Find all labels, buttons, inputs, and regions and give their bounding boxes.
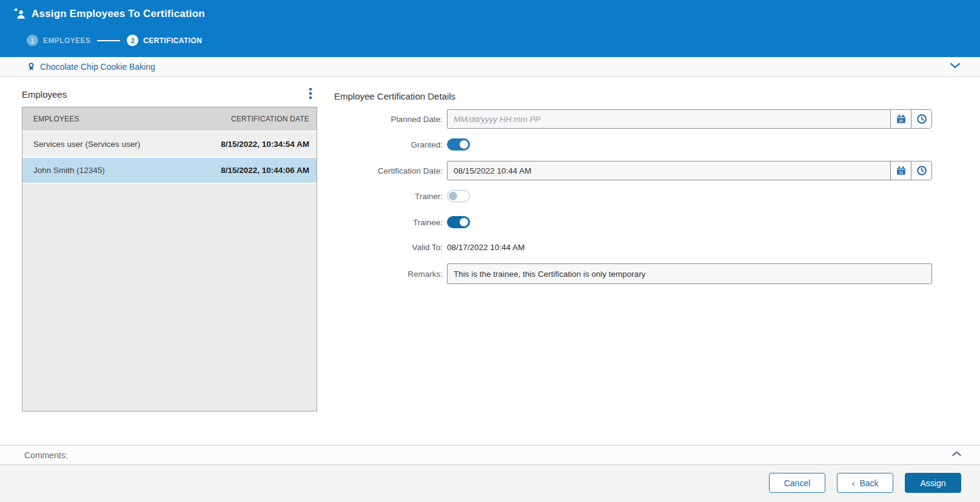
certification-date-input[interactable] [447,161,891,180]
dialog-header: Assign Employees To Certification 1 EMPL… [0,0,980,57]
certification-date-row: Certification Date: 31 [334,161,932,180]
step-connector-line [97,40,120,41]
certification-bar: Chocolate Chip Cookie Baking [0,57,980,77]
table-row[interactable]: John Smith (12345) 8/15/2022, 10:44:06 A… [22,158,317,184]
certification-date-value: 8/15/2022, 10:34:54 AM [195,140,317,149]
column-header-certification-date[interactable]: CERTIFICATION DATE [195,115,317,123]
chevron-down-icon[interactable] [950,63,961,69]
remarks-label: Remarks: [334,270,447,279]
granted-toggle[interactable] [447,138,470,151]
granted-label: Granted: [334,140,447,149]
certification-ribbon-icon [27,62,36,72]
step-certification[interactable]: 2 CERTIFICATION [127,35,202,46]
back-button[interactable]: ‹ Back [837,473,893,493]
clock-icon[interactable] [911,161,932,180]
chevron-left-icon: ‹ [851,478,854,488]
trainer-toggle[interactable] [447,190,470,202]
chevron-up-icon[interactable] [951,450,962,456]
page-title: Assign Employees To Certification [32,8,205,20]
planned-date-row: Planned Date: 31 [334,109,932,129]
details-panel-title: Employee Certification Details [334,91,455,101]
assign-employees-dialog: Assign Employees To Certification 1 EMPL… [0,0,980,502]
certification-date-label: Certification Date: [334,166,447,175]
svg-text:31: 31 [899,170,903,174]
comments-label: Comments: [24,450,68,460]
trainee-toggle[interactable] [447,216,470,228]
assign-user-icon [13,7,26,20]
valid-to-label: Valid To: [334,243,447,252]
planned-date-input[interactable] [447,109,891,129]
valid-to-value: 08/17/2022 10:44 AM [447,243,525,252]
svg-text:31: 31 [899,118,903,123]
certification-name[interactable]: Chocolate Chip Cookie Baking [40,62,155,72]
granted-row: Granted: [334,138,932,151]
trainee-label: Trainee: [334,218,447,227]
calendar-icon[interactable]: 31 [891,161,911,180]
valid-to-row: Valid To: 08/17/2022 10:44 AM [334,243,932,252]
trainer-row: Trainer: [334,190,932,202]
clock-icon[interactable] [911,109,932,129]
step-2-circle: 2 [127,35,138,46]
step-1-circle: 1 [27,35,38,46]
wizard-steps: 1 EMPLOYEES 2 CERTIFICATION [27,35,202,46]
employees-panel-title: Employees [22,89,67,100]
trainee-row: Trainee: [334,216,932,228]
cancel-button[interactable]: Cancel [769,473,825,493]
calendar-icon[interactable]: 31 [891,109,911,129]
planned-date-label: Planned Date: [334,115,447,124]
kebab-menu-icon[interactable] [306,88,315,100]
comments-bar[interactable]: Comments: [0,445,980,465]
dialog-footer: Cancel ‹ Back Assign [0,465,980,502]
employee-name: John Smith (12345) [22,166,195,175]
remarks-row: Remarks: [334,263,932,284]
trainer-label: Trainer: [334,192,447,201]
table-row[interactable]: Services user (Services user) 8/15/2022,… [22,132,317,158]
employees-table: EMPLOYEES CERTIFICATION DATE Services us… [22,107,317,412]
assign-button[interactable]: Assign [905,473,961,493]
certification-date-value: 8/15/2022, 10:44:06 AM [195,166,317,175]
step-employees[interactable]: 1 EMPLOYEES [27,35,90,46]
column-header-employees[interactable]: EMPLOYEES [22,115,195,123]
employees-table-header: EMPLOYEES CERTIFICATION DATE [22,107,317,132]
employee-name: Services user (Services user) [22,140,195,149]
remarks-input[interactable] [447,263,932,284]
